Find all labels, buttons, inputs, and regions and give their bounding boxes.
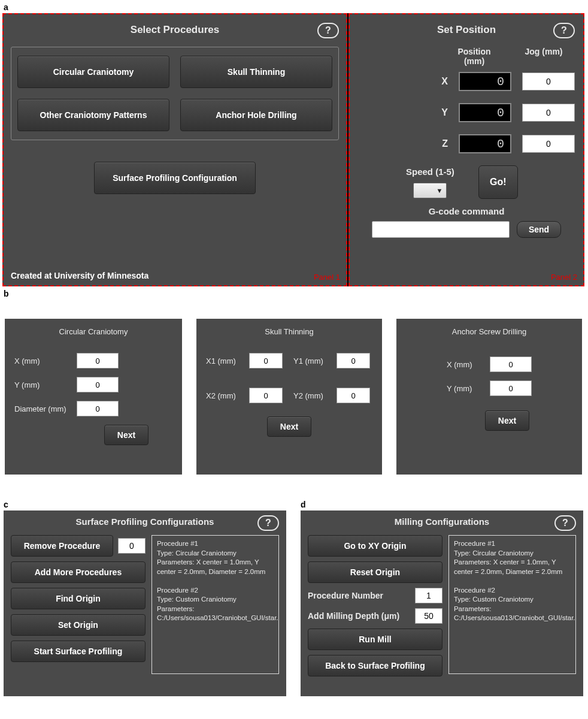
anchor-title: Anchor Screw Drilling xyxy=(406,327,572,336)
send-button[interactable]: Send xyxy=(517,221,561,238)
other-craniotomy-button[interactable]: Other Craniotomy Patterns xyxy=(17,99,169,131)
subfig-a-label: a xyxy=(0,0,588,13)
anchor-next-button[interactable]: Next xyxy=(485,410,529,431)
goto-xy-origin-button[interactable]: Go to XY Origin xyxy=(308,535,442,557)
surface-profiling-config-panel: Surface Profiling Configurations ? Remov… xyxy=(4,510,286,696)
position-y-display: 0 xyxy=(459,103,511,122)
milling-depth-input[interactable] xyxy=(415,608,442,624)
anchor-hole-drilling-button[interactable]: Anchor Hole Drilling xyxy=(180,99,332,131)
circ-y-input[interactable] xyxy=(77,377,119,392)
circ-next-button[interactable]: Next xyxy=(104,425,148,445)
skull-y1-label: Y1 (mm) xyxy=(293,357,329,365)
mill-title: Milling Configurations xyxy=(308,516,576,527)
go-button[interactable]: Go! xyxy=(478,165,518,199)
circ-x-input[interactable] xyxy=(77,353,119,368)
circ-diameter-input[interactable] xyxy=(77,401,119,416)
skull-x2-label: X2 (mm) xyxy=(206,391,242,400)
circ-diameter-label: Diameter (mm) xyxy=(14,404,69,413)
spc-title: Surface Profiling Configurations xyxy=(11,516,279,527)
skull-y2-input[interactable] xyxy=(337,388,370,403)
panel1-caption: Created at University of Minnesota xyxy=(11,271,148,280)
chevron-down-icon: ▼ xyxy=(437,187,443,194)
speed-dropdown[interactable]: ▼ xyxy=(413,183,447,198)
spc-procedure-list: Procedure #1 Type: Circular Craniotomy P… xyxy=(151,535,279,674)
panel2-title: Set Position xyxy=(358,24,575,36)
speed-label: Speed (1-5) xyxy=(406,167,454,177)
subfig-d-label: d xyxy=(301,497,583,510)
procedure-number-input[interactable] xyxy=(415,588,442,603)
surface-profiling-config-button[interactable]: Surface Profiling Configuration xyxy=(94,162,256,194)
help-button-mill[interactable]: ? xyxy=(554,515,576,531)
reset-origin-button[interactable]: Reset Origin xyxy=(308,561,442,583)
position-z-display: 0 xyxy=(459,134,511,153)
anchor-y-label: Y (mm) xyxy=(447,384,483,393)
circ-y-label: Y (mm) xyxy=(14,380,69,389)
remove-procedure-input[interactable] xyxy=(118,538,146,554)
subfig-c-label: c xyxy=(4,497,286,510)
milling-config-panel: Milling Configurations ? Go to XY Origin… xyxy=(301,510,583,696)
start-surface-profiling-button[interactable]: Start Surface Profiling xyxy=(11,641,146,662)
circular-craniotomy-button[interactable]: Circular Craniotomy xyxy=(17,56,169,88)
select-procedures-panel: Select Procedures ? Circular Craniotomy … xyxy=(2,13,347,286)
skull-x1-input[interactable] xyxy=(249,353,283,368)
jog-z-input[interactable] xyxy=(522,135,575,153)
anchor-x-label: X (mm) xyxy=(447,360,483,369)
skull-y2-label: Y2 (mm) xyxy=(293,391,329,400)
panel1-title: Select Procedures xyxy=(11,24,339,36)
help-button-panel1[interactable]: ? xyxy=(317,23,339,38)
axis-z-label: Z xyxy=(437,138,448,149)
axis-y-label: Y xyxy=(437,107,448,118)
skull-x1-label: X1 (mm) xyxy=(206,357,242,365)
procedure-button-group: Circular Craniotomy Skull Thinning Other… xyxy=(11,47,339,140)
circ-title: Circular Craniotomy xyxy=(14,327,172,336)
position-x-display: 0 xyxy=(459,72,511,91)
help-button-panel2[interactable]: ? xyxy=(553,23,575,38)
set-position-panel: Set Position ? Position (mm) Jog (mm) X … xyxy=(348,13,584,286)
skull-x2-input[interactable] xyxy=(249,388,283,403)
remove-procedure-button[interactable]: Remove Procedure xyxy=(11,535,113,557)
gcode-label: G-code command xyxy=(358,206,575,216)
panel1-tag: Panel 1 xyxy=(314,273,340,282)
jog-x-input[interactable] xyxy=(522,72,575,90)
anchor-screw-panel: Anchor Screw Drilling X (mm) Y (mm) Next xyxy=(396,319,582,475)
skull-thinning-button[interactable]: Skull Thinning xyxy=(180,56,332,88)
set-origin-button[interactable]: Set Origin xyxy=(11,614,146,636)
position-column-header: Position (mm) xyxy=(447,47,502,66)
circular-craniotomy-panel: Circular Craniotomy X (mm) Y (mm) Diamet… xyxy=(5,319,182,475)
milling-depth-label: Add Milling Depth (μm) xyxy=(308,611,399,621)
add-more-procedures-button[interactable]: Add More Procedures xyxy=(11,561,146,583)
back-to-surface-profiling-button[interactable]: Back to Surface Profiling xyxy=(308,655,442,676)
anchor-y-input[interactable] xyxy=(490,380,532,396)
panel2-tag: Panel 2 xyxy=(551,273,577,282)
skull-next-button[interactable]: Next xyxy=(267,416,311,437)
skull-title: Skull Thinning xyxy=(206,327,372,336)
run-mill-button[interactable]: Run Mill xyxy=(308,629,442,650)
jog-column-header: Jog (mm) xyxy=(516,47,571,66)
subfig-b-label: b xyxy=(0,286,588,300)
gcode-input[interactable] xyxy=(372,221,510,238)
find-origin-button[interactable]: Find Origin xyxy=(11,588,146,609)
anchor-x-input[interactable] xyxy=(490,357,532,372)
axis-x-label: X xyxy=(437,76,448,87)
jog-y-input[interactable] xyxy=(522,104,575,122)
skull-thinning-panel: Skull Thinning X1 (mm) Y1 (mm) X2 (mm) Y… xyxy=(196,319,382,475)
procedure-number-label: Procedure Number xyxy=(308,591,383,600)
help-button-spc[interactable]: ? xyxy=(257,515,279,531)
mill-procedure-list: Procedure #1 Type: Circular Craniotomy P… xyxy=(448,535,576,674)
skull-y1-input[interactable] xyxy=(337,353,370,368)
circ-x-label: X (mm) xyxy=(14,357,69,365)
